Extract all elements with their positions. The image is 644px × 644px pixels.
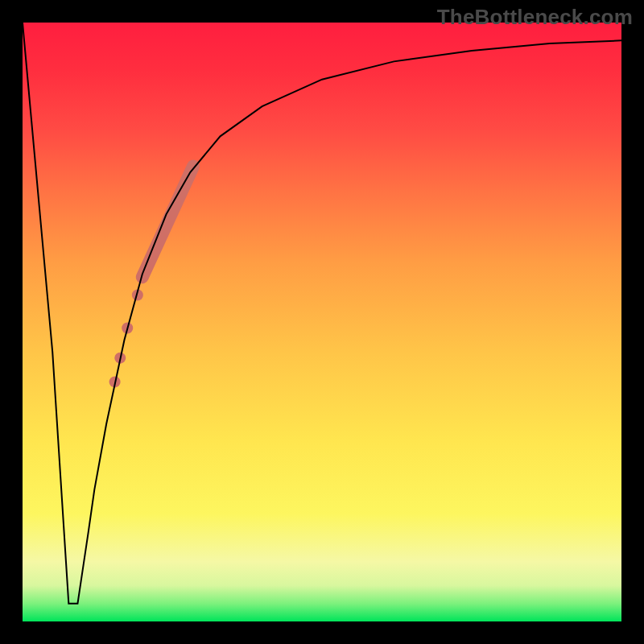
watermark-text: TheBottleneck.com — [437, 5, 633, 30]
chart-container: TheBottleneck.com — [0, 0, 644, 644]
chart-border — [0, 0, 644, 644]
